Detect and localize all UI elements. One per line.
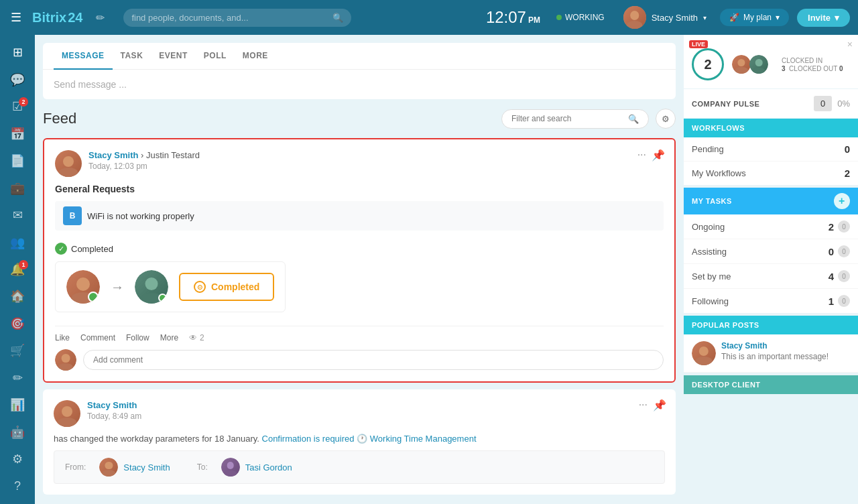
tab-poll[interactable]: POLL — [196, 43, 235, 70]
comment-button[interactable]: Comment — [80, 333, 115, 342]
ongoing-count-row: 2 0 — [829, 220, 850, 233]
my-plan-button[interactable]: 🚀 My plan ▾ — [720, 9, 789, 26]
edit-icon[interactable]: ✏ — [96, 11, 105, 24]
pin-icon[interactable]: 📌 — [653, 399, 666, 412]
my-workflows-count: 2 — [845, 168, 850, 179]
user-menu[interactable]: Stacy Smith ▾ — [623, 6, 707, 29]
hamburger-menu[interactable]: ☰ — [8, 7, 24, 27]
tab-message[interactable]: MESSAGE — [54, 43, 113, 70]
follow-button[interactable]: Follow — [126, 333, 149, 342]
sidebar-item-settings[interactable]: ⚙ — [4, 447, 31, 471]
pulse-label: COMPANY PULSE — [692, 100, 759, 108]
sidebar-item-home[interactable]: 🏠 — [4, 284, 31, 308]
sidebar-item-store[interactable]: 🛒 — [4, 338, 31, 363]
clock-icon: ⊙ — [194, 281, 206, 293]
post-author-name[interactable]: Stacy Smith — [88, 150, 138, 160]
feed-settings-button[interactable]: ⚙ — [656, 109, 676, 129]
setbyme-count: 4 — [829, 271, 834, 282]
composer-tabs: MESSAGE TASK EVENT POLL MORE — [43, 43, 676, 70]
post2-author-name[interactable]: Stacy Smith — [87, 400, 137, 410]
workflows-section: WORKFLOWS Pending 0 My Workflows 2 — [684, 119, 858, 185]
target-icon: 🎯 — [10, 316, 25, 331]
from-person[interactable]: Stacy Smith — [99, 458, 170, 477]
popular-author-name: Stacy Smith — [721, 341, 829, 351]
popular-post-content: Stacy Smith This is an important message… — [721, 341, 829, 361]
pin-icon[interactable]: 📌 — [652, 149, 665, 162]
search-input[interactable] — [131, 13, 327, 23]
working-time-link[interactable]: Working Time Management — [370, 434, 477, 444]
tab-task[interactable]: TASK — [113, 43, 151, 70]
grid-icon: ⊞ — [13, 45, 23, 60]
tasks-header: MY TASKS + — [684, 188, 858, 214]
to-avatar — [221, 458, 240, 477]
post-author-line: Stacy Smith › Justin Testard — [88, 150, 664, 160]
task-setbyme-row[interactable]: Set by me 4 0 — [684, 264, 858, 289]
sidebar-item-mail[interactable]: ✉ — [4, 203, 31, 227]
sidebar-item-help[interactable]: ? — [4, 475, 31, 499]
confirmation-link[interactable]: Confirmation is required — [262, 434, 355, 444]
pending-count: 0 — [845, 143, 850, 155]
add-task-button[interactable]: + — [834, 193, 850, 209]
sidebar-item-documents[interactable]: 📄 — [4, 149, 31, 173]
calendar-icon: 📅 — [10, 127, 25, 141]
sidebar-item-calendar[interactable]: 📅 — [4, 121, 31, 145]
status-label: WORKING — [565, 13, 605, 22]
eye-icon: 👁 — [189, 333, 197, 342]
sidebar-item-tasks[interactable]: ☑ 2 — [4, 94, 31, 119]
from-name: Stacy Smith — [123, 462, 170, 472]
time-period: PM — [528, 15, 540, 25]
more-button[interactable]: More — [160, 333, 178, 342]
post-time: Today, 12:03 pm — [88, 162, 664, 171]
views-count: 2 — [200, 333, 204, 342]
sidebar-item-feed[interactable]: ⊞ — [4, 40, 31, 64]
sidebar-item-crm[interactable]: 💼 — [4, 176, 31, 200]
sidebar-item-reports[interactable]: 📊 — [4, 393, 31, 417]
popular-posts-section: POPULAR POSTS Stacy Smith This is an imp… — [684, 316, 858, 373]
live-count: 2 — [692, 48, 724, 80]
workflow-status: ✓ Completed — [55, 243, 664, 255]
task-name: WiFi is not working properly — [87, 211, 194, 221]
ellipsis-icon[interactable]: ··· — [637, 149, 646, 162]
task-ongoing-row[interactable]: Ongoing 2 0 — [684, 214, 858, 239]
task-assisting-row[interactable]: Assisting 0 0 — [684, 239, 858, 264]
sidebar-item-notifications[interactable]: 🔔 1 — [4, 257, 31, 281]
sidebar-item-people[interactable]: 👥 — [4, 230, 31, 254]
workflow-my-row[interactable]: My Workflows 2 — [684, 162, 858, 185]
feed-header: Feed 🔍 ⚙ — [43, 106, 676, 131]
app-logo: Bitrix24 — [32, 10, 82, 25]
message-input-placeholder[interactable]: Send message ... — [43, 70, 676, 99]
comment-input[interactable] — [83, 350, 664, 370]
people-icon: 👥 — [10, 235, 25, 250]
task-following-row[interactable]: Following 1 0 — [684, 289, 858, 313]
post2-header: Stacy Smith Today, 8:49 am ··· 📌 — [54, 400, 665, 427]
working-status[interactable]: WORKING — [556, 13, 605, 22]
sidebar-item-chat[interactable]: 💬 — [4, 67, 31, 91]
post-card-workday: Stacy Smith Today, 8:49 am ··· 📌 has cha… — [43, 389, 676, 495]
global-search[interactable]: 🔍 — [123, 9, 351, 27]
tab-more[interactable]: MORE — [235, 43, 276, 70]
post2-time: Today, 8:49 am — [87, 412, 665, 421]
popular-post-item[interactable]: Stacy Smith This is an important message… — [684, 334, 858, 373]
workflow-pending-row[interactable]: Pending 0 — [684, 137, 858, 162]
to-person[interactable]: Tasi Gordon — [221, 458, 292, 477]
feed-search-input[interactable] — [511, 114, 623, 123]
ellipsis-icon[interactable]: ··· — [639, 399, 648, 412]
tab-event[interactable]: EVENT — [151, 43, 196, 70]
feed-search-box[interactable]: 🔍 — [501, 109, 649, 129]
post-card-wifi: Stacy Smith › Justin Testard Today, 12:0… — [43, 138, 676, 383]
post-footer: Like Comment Follow More 👁 2 — [55, 326, 664, 342]
post-meta: Stacy Smith › Justin Testard Today, 12:0… — [88, 150, 664, 171]
sidebar-item-goals[interactable]: 🎯 — [4, 312, 31, 336]
sidebar-item-robot[interactable]: 🤖 — [4, 420, 31, 444]
question-icon: ? — [14, 479, 21, 493]
invite-button[interactable]: Invite ▾ — [797, 9, 850, 27]
to-name: Tasi Gordon — [245, 462, 292, 472]
live-close-button[interactable]: × — [847, 39, 853, 50]
completed-button[interactable]: ⊙ Completed — [179, 273, 274, 301]
sidebar-item-sites[interactable]: ✏ — [4, 366, 31, 390]
like-button[interactable]: Like — [55, 333, 70, 342]
document-icon: 📄 — [10, 153, 25, 168]
workflow-section: ✓ Completed → ⊙ Completed — [55, 237, 664, 318]
post-recipient: Justin Testard — [146, 150, 200, 160]
feed-search-area: 🔍 ⚙ — [501, 109, 676, 129]
